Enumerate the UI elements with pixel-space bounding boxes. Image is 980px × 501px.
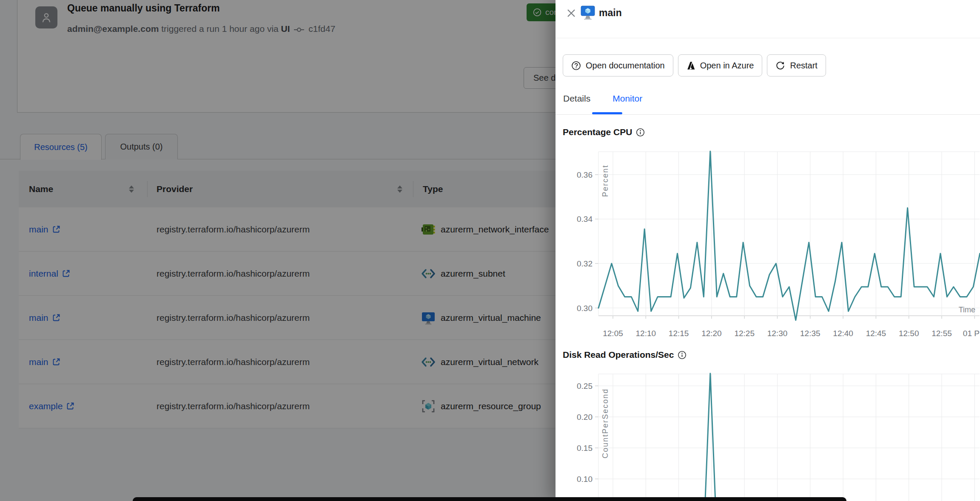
open-in-azure-button[interactable]: Open in Azure [678,54,763,76]
drawer-actions: Open documentation Open in Azure Restart [563,54,826,76]
azure-logo-icon [687,61,695,70]
x-tick-label: 12:40 [833,329,853,338]
tab-monitor[interactable]: Monitor [612,93,642,104]
x-tick-label: 01 PM [963,329,980,338]
x-tick-label: 12:30 [767,329,788,338]
restart-button[interactable]: Restart [767,54,826,76]
y-tick-label: 0.30 [577,304,593,313]
drawer-tabs: Details Monitor [563,93,642,104]
help-circle-icon [571,61,581,71]
close-icon[interactable] [565,7,578,20]
tab-details[interactable]: Details [563,93,590,104]
time-axis-label: Time [959,306,975,314]
info-icon[interactable] [678,351,687,359]
screen: Queue manually using Terraform admin@exa… [0,0,980,501]
chart-title-disk-read: Disk Read Operations/Sec [563,350,687,360]
x-tick-label: 12:25 [734,329,755,338]
dock-bar [133,497,846,501]
x-tick-label: 12:10 [636,329,656,338]
y-tick-label: 0.32 [577,259,593,268]
x-tick-label: 12:45 [866,329,886,338]
divider [556,114,980,115]
drawer-title: main [599,7,622,19]
open-documentation-label: Open documentation [586,61,665,71]
y-tick-label: 0.36 [577,170,593,179]
divider [556,38,980,38]
x-tick-label: 12:50 [899,329,919,338]
open-documentation-button[interactable]: Open documentation [563,54,673,76]
y-tick-label: 0.25 [577,382,593,391]
x-tick-label: 12:55 [932,329,952,338]
x-tick-label: 12:35 [800,329,820,338]
y-tick-label: 0.20 [577,413,593,422]
open-in-azure-label: Open in Azure [700,61,754,71]
chart-title-percentage-cpu: Percentage CPU [563,127,645,137]
y-tick-label: 0.10 [577,475,593,484]
info-icon[interactable] [636,128,645,137]
x-tick-label: 12:15 [669,329,689,338]
x-tick-label: 12:05 [603,329,623,338]
resource-drawer: main Open documentation Open in Azure [556,0,980,501]
virtual-machine-icon [580,5,595,23]
chart-line [598,374,980,501]
y-tick-label: 0.15 [577,444,593,453]
y-axis-label: CountPerSecond [601,388,610,459]
chart-title-text: Percentage CPU [563,127,632,137]
restart-icon [775,61,785,71]
restart-label: Restart [790,61,817,71]
y-tick-label: 0.34 [577,215,593,224]
y-axis-label: Percent [601,164,610,197]
chart-line [598,151,980,320]
x-tick-label: 12:20 [701,329,722,338]
chart-title-text: Disk Read Operations/Sec [563,350,674,360]
